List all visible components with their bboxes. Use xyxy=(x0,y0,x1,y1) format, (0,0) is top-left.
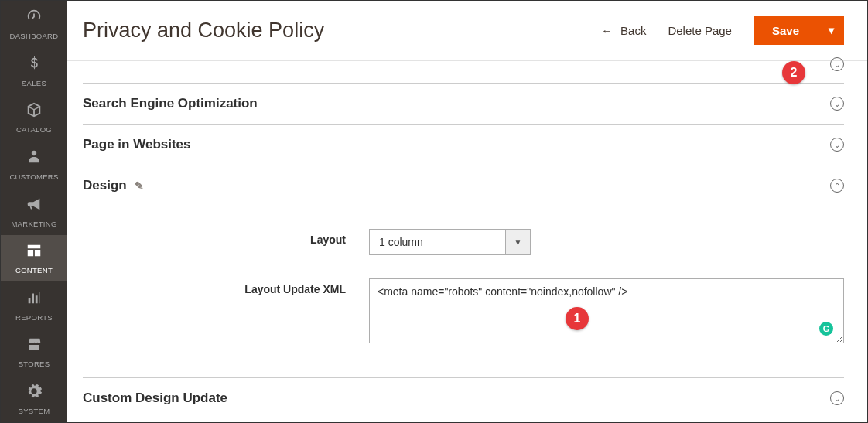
page-title: Privacy and Cookie Policy xyxy=(83,19,601,43)
layout-xml-textarea[interactable] xyxy=(369,278,844,343)
design-label: Design xyxy=(83,178,127,193)
back-button[interactable]: ← Back xyxy=(601,24,646,37)
sidebar-item-content[interactable]: CONTENT xyxy=(1,235,67,282)
sidebar-label: DASHBOARD xyxy=(10,32,59,40)
back-label: Back xyxy=(620,24,646,37)
layout-select-value: 1 column xyxy=(370,230,505,254)
sidebar-item-system[interactable]: SYSTEM xyxy=(1,376,67,423)
storefront-icon xyxy=(26,336,43,356)
delete-page-button[interactable]: Delete Page xyxy=(668,24,732,37)
pencil-icon: ✎ xyxy=(135,179,144,192)
chevron-down-icon: ▼ xyxy=(826,25,836,36)
sidebar-label: CONTENT xyxy=(15,266,53,275)
section-title: Search Engine Optimization xyxy=(83,96,258,111)
person-icon xyxy=(26,148,43,169)
design-section-body: Layout 1 column ▼ Layout Update XML G xyxy=(83,206,844,378)
section-custom-design[interactable]: Custom Design Update ⌄ xyxy=(83,378,844,418)
sidebar-item-customers[interactable]: CUSTOMERS xyxy=(1,142,67,189)
sidebar-item-stores[interactable]: STORES xyxy=(1,329,67,376)
layout-label: Layout xyxy=(83,229,369,246)
layout-xml-label: Layout Update XML xyxy=(83,278,369,295)
chevron-down-icon: ⌄ xyxy=(830,57,844,71)
chevron-down-icon: ⌄ xyxy=(830,391,844,405)
dollar-icon xyxy=(26,55,43,76)
sidebar-item-reports[interactable]: REPORTS xyxy=(1,281,67,329)
sidebar-label: SALES xyxy=(22,79,46,87)
page-header: Privacy and Cookie Policy ← Back Delete … xyxy=(67,1,867,61)
section-content[interactable]: Content ⌄ xyxy=(83,61,844,84)
section-seo[interactable]: Search Engine Optimization ⌄ xyxy=(83,84,844,125)
sidebar-label: SYSTEM xyxy=(19,407,50,415)
arrow-left-icon: ← xyxy=(601,24,613,37)
chevron-up-icon: ⌃ xyxy=(830,179,844,193)
chevron-down-icon: ▼ xyxy=(505,230,530,254)
sidebar-label: CUSTOMERS xyxy=(9,172,58,181)
callout-1: 1 xyxy=(566,307,589,330)
grammarly-icon: G xyxy=(819,322,833,336)
sidebar-label: MARKETING xyxy=(11,220,56,228)
chevron-down-icon: ⌄ xyxy=(830,138,844,152)
box-icon xyxy=(26,101,43,122)
sidebar-item-catalog[interactable]: CATALOG xyxy=(1,94,67,142)
sidebar-label: CATALOG xyxy=(16,125,52,134)
layout-icon xyxy=(26,242,43,263)
layout-xml-row: Layout Update XML G xyxy=(83,278,844,346)
header-actions: ← Back Delete Page Save ▼ xyxy=(601,16,844,45)
megaphone-icon xyxy=(26,196,43,217)
save-dropdown-button[interactable]: ▼ xyxy=(818,16,844,45)
admin-sidebar: DASHBOARD SALES CATALOG CUSTOMERS MARKET… xyxy=(1,1,67,422)
save-button[interactable]: Save xyxy=(754,16,818,45)
section-title: Design ✎ xyxy=(83,178,144,193)
section-design[interactable]: Design ✎ ⌃ xyxy=(83,165,844,206)
sections-container: Content ⌄ Search Engine Optimization ⌄ P… xyxy=(67,61,867,418)
layout-row: Layout 1 column ▼ xyxy=(83,229,844,255)
chevron-down-icon: ⌄ xyxy=(830,97,844,111)
section-page-in-websites[interactable]: Page in Websites ⌄ xyxy=(83,125,844,165)
sidebar-label: STORES xyxy=(19,360,50,368)
sidebar-item-marketing[interactable]: MARKETING xyxy=(1,188,67,235)
layout-xml-field: G xyxy=(369,278,844,346)
callout-2: 2 xyxy=(782,61,805,84)
section-title: Page in Websites xyxy=(83,137,191,152)
layout-field: 1 column ▼ xyxy=(369,229,844,255)
sidebar-item-dashboard[interactable]: DASHBOARD xyxy=(1,1,67,48)
layout-select[interactable]: 1 column ▼ xyxy=(369,229,531,255)
sidebar-label: REPORTS xyxy=(15,313,53,322)
sidebar-item-sales[interactable]: SALES xyxy=(1,48,67,95)
chart-icon xyxy=(26,289,43,310)
main-content: Privacy and Cookie Policy ← Back Delete … xyxy=(67,1,867,422)
section-title: Custom Design Update xyxy=(83,391,227,406)
save-button-group: Save ▼ xyxy=(754,16,844,45)
dashboard-icon xyxy=(26,8,43,29)
gear-icon xyxy=(26,383,43,404)
